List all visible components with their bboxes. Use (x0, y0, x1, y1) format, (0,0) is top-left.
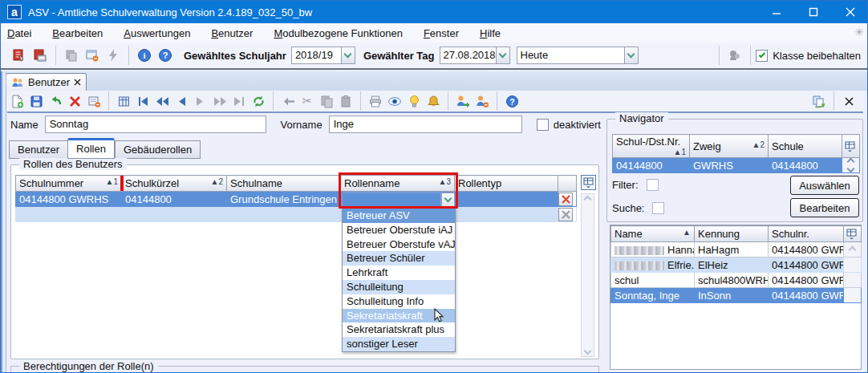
window-remove-icon[interactable] (83, 46, 102, 65)
chevron-down-icon[interactable] (496, 47, 510, 64)
role-row-new[interactable] (16, 207, 577, 222)
help-icon[interactable]: ? (156, 46, 175, 65)
col-schule[interactable]: Schule (769, 135, 842, 158)
dropdown-item[interactable]: Betreuer Schüler (343, 251, 455, 266)
dropdown-item[interactable]: sonstiger Leser (343, 337, 455, 351)
help-icon[interactable]: ? (503, 92, 521, 110)
user-row[interactable]: Hanna HaHagm 04144800 GWRHS (611, 242, 862, 257)
close-panel-icon[interactable] (840, 92, 858, 110)
delete-role-disabled-icon[interactable] (558, 208, 573, 221)
tag-select[interactable]: 27.08.2018 (440, 47, 510, 64)
last-record-icon[interactable] (230, 92, 248, 110)
role-row-selected[interactable]: 04144800 GWRHS 04144800 Grundschule Entr… (16, 192, 577, 207)
module-navigation-icon[interactable] (10, 46, 29, 65)
scroll-up-icon[interactable] (849, 245, 857, 253)
roles-scrollbar[interactable] (581, 193, 594, 357)
roles-table[interactable]: Schulnummer▲1 Schulkürzel▲2 Schulname Ro… (15, 175, 577, 222)
scroll-down-icon[interactable] (847, 165, 855, 173)
column-picker-icon[interactable] (581, 175, 596, 190)
col-kennung[interactable]: Kennung (695, 226, 769, 242)
assign-user-icon[interactable] (454, 92, 472, 110)
menu-bearbeiten[interactable]: Bearbeiten (52, 25, 112, 42)
suche-field[interactable] (652, 202, 664, 214)
back-arrow-icon[interactable] (279, 92, 297, 110)
form-remove-icon[interactable] (85, 92, 103, 110)
dropdown-item-hovered[interactable]: Sekretariatskraft (343, 309, 455, 323)
next-record-icon[interactable] (192, 92, 209, 110)
col-zweig[interactable]: Zweig▲2 (690, 135, 769, 158)
notification-bell-icon[interactable] (424, 92, 442, 110)
user-row-selected[interactable]: Sonntag, Inge InSonn 04144800 GWRHS (611, 288, 862, 303)
module-reports-icon[interactable] (30, 46, 50, 65)
chevron-down-icon[interactable] (341, 47, 355, 64)
menu-modulbezogene-funktionen[interactable]: Modulbezogene Funktionen (274, 25, 412, 42)
copy-disabled-icon[interactable] (62, 46, 81, 65)
dropdown-item[interactable]: Betreuer ASV (343, 209, 455, 223)
col-schulname[interactable]: Schulname (227, 176, 341, 192)
dropdown-item[interactable]: Schulleitung Info (343, 294, 455, 309)
data-table-icon[interactable] (115, 92, 132, 110)
user-row[interactable]: schul schul4800WRHS 04144800 GWRHS (611, 273, 862, 288)
tab-benutzer-document[interactable]: Benutzer (6, 73, 87, 91)
col-schul-dst-nr[interactable]: Schul-/Dst.Nr.▲1 (613, 135, 690, 158)
classes-disabled-icon[interactable] (725, 46, 744, 65)
col-schulnummer[interactable]: Schulnummer▲1 (16, 176, 122, 192)
paste-icon[interactable] (337, 92, 355, 110)
lightning-disabled-icon[interactable] (103, 46, 123, 65)
dropdown-item[interactable]: Sekretariatskraft plus (343, 322, 455, 337)
col-schulnr[interactable]: Schulnr. (769, 226, 844, 242)
heute-select[interactable]: Heute (517, 47, 639, 64)
tab-benutzer[interactable]: Benutzer (9, 140, 67, 159)
print-icon[interactable] (367, 92, 384, 110)
close-tab-icon[interactable] (74, 79, 81, 86)
column-picker-icon[interactable] (844, 226, 859, 241)
filter-field[interactable] (647, 179, 659, 191)
fast-forward-icon[interactable] (211, 92, 229, 110)
rollenname-combobox[interactable] (342, 193, 455, 207)
school-row-selected[interactable]: 04144800 GWRHS 04144800 (613, 158, 860, 173)
name-field[interactable]: Sonntag (45, 116, 266, 133)
preview-eye-icon[interactable] (386, 92, 404, 110)
navigator-users-table[interactable]: Name▲ Kennung Schulnr. Hanna HaHagm 0414… (610, 225, 862, 303)
col-schulkuerzel[interactable]: Schulkürzel▲2 (122, 176, 227, 192)
col-rollenname[interactable]: Rollenname▲3 (341, 176, 455, 192)
menu-benutzer[interactable]: Benutzer (211, 25, 262, 42)
deaktiviert-checkbox[interactable] (537, 119, 549, 131)
dropdown-item[interactable]: Lehrkraft (343, 266, 455, 280)
first-record-icon[interactable] (134, 92, 152, 110)
user-row[interactable]: Elfrie... ElHeiz 04144800 GWRHS (611, 257, 862, 273)
undo-icon[interactable] (47, 92, 64, 110)
school-table-scrollbar[interactable] (842, 159, 859, 172)
col-name[interactable]: Name▲ (611, 226, 695, 242)
column-picker-icon[interactable] (842, 139, 858, 154)
delete-record-icon[interactable] (66, 92, 83, 110)
close-button[interactable] (832, 1, 868, 23)
chevron-down-icon[interactable] (441, 193, 455, 207)
vorname-field[interactable]: Inge (329, 116, 522, 133)
scroll-down-icon[interactable] (584, 347, 592, 355)
menu-fenster[interactable]: Fenster (424, 25, 468, 42)
switch-view-icon[interactable] (810, 92, 828, 110)
new-record-icon[interactable] (8, 92, 26, 110)
scroll-up-icon[interactable] (584, 196, 592, 204)
previous-record-icon[interactable] (172, 92, 190, 110)
auswaehlen-button[interactable]: Auswählen (790, 176, 859, 195)
bearbeiten-button[interactable]: Bearbeiten (790, 198, 859, 217)
menu-auswertungen[interactable]: Auswertungen (124, 25, 200, 42)
klasse-beibehalten-checkbox[interactable] (756, 50, 768, 62)
cut-icon[interactable]: ✂ (298, 92, 316, 110)
dropdown-item[interactable]: Betreuer Oberstufe vAJ (343, 237, 455, 252)
dropdown-item[interactable]: Betreuer Oberstufe iAJ (343, 223, 455, 237)
save-icon[interactable] (27, 92, 45, 110)
info-icon[interactable]: i (135, 46, 154, 65)
tab-rollen[interactable]: Rollen (67, 138, 115, 159)
schuljahr-select[interactable]: 2018/19 (291, 47, 355, 64)
copy-icon[interactable] (318, 92, 335, 110)
minimize-button[interactable] (758, 1, 795, 23)
dropdown-item[interactable]: Schulleitung (343, 280, 455, 294)
fast-backward-icon[interactable] (153, 92, 171, 110)
menu-hilfe[interactable]: Hilfe (480, 25, 510, 42)
hint-bulb-icon[interactable] (405, 92, 423, 110)
col-rollentyp[interactable]: Rollentyp (455, 176, 558, 192)
chevron-down-icon[interactable] (624, 47, 639, 64)
